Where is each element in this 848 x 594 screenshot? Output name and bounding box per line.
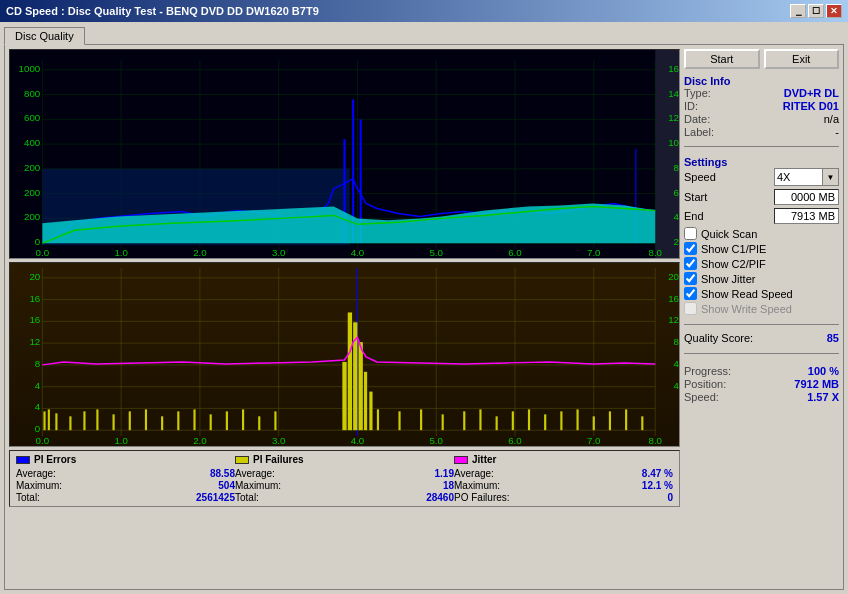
disc-id-row: ID: RITEK D01: [684, 100, 839, 112]
pi-failures-max-row: Maximum: 18: [235, 480, 454, 491]
svg-text:200: 200: [24, 163, 40, 173]
show-write-speed-label: Show Write Speed: [701, 303, 792, 315]
svg-rect-115: [398, 411, 400, 430]
svg-text:3.0: 3.0: [272, 248, 285, 258]
svg-rect-102: [193, 409, 195, 430]
legend-pi-errors: PI Errors Average: 88.58 Maximum: 504 To…: [16, 454, 235, 503]
speed-setting-row: Speed 4X ▼: [684, 168, 839, 186]
close-button[interactable]: ✕: [826, 4, 842, 18]
tab-disc-quality[interactable]: Disc Quality: [4, 27, 85, 45]
disc-type-row: Type: DVD+R DL: [684, 87, 839, 99]
svg-rect-117: [442, 414, 444, 430]
jitter-avg-row: Average: 8.47 %: [454, 468, 673, 479]
pi-failures-total-val: 28460: [394, 492, 454, 503]
speed-select[interactable]: 4X ▼: [774, 168, 839, 186]
svg-text:400: 400: [24, 138, 40, 148]
svg-text:0: 0: [35, 237, 40, 247]
svg-rect-93: [55, 413, 57, 430]
speed-dropdown-arrow[interactable]: ▼: [822, 169, 838, 185]
pi-failures-total-row: Total: 28460: [235, 492, 454, 503]
disc-label-key: Label:: [684, 126, 724, 138]
svg-rect-103: [210, 414, 212, 430]
svg-rect-94: [69, 416, 71, 430]
svg-text:8: 8: [674, 337, 679, 347]
quality-score-key: Quality Score:: [684, 332, 753, 344]
pi-errors-total-row: Total: 2561425: [16, 492, 235, 503]
svg-rect-124: [560, 411, 562, 430]
disc-info-label: Disc Info: [684, 75, 839, 87]
show-read-speed-checkbox[interactable]: [684, 287, 697, 300]
pi-failures-avg-val: 1.19: [394, 468, 454, 479]
show-c2-checkbox[interactable]: [684, 257, 697, 270]
svg-rect-96: [96, 409, 98, 430]
svg-rect-123: [544, 414, 546, 430]
pi-errors-avg-label: Average:: [16, 468, 56, 479]
jitter-label: Jitter: [472, 454, 496, 465]
pi-failures-label: PI Failures: [253, 454, 304, 465]
svg-text:8.0: 8.0: [649, 436, 662, 446]
svg-rect-112: [364, 372, 367, 430]
svg-text:4: 4: [674, 213, 679, 223]
disc-date-val: n/a: [824, 113, 839, 125]
svg-text:0: 0: [35, 425, 40, 435]
pi-errors-max-label: Maximum:: [16, 480, 62, 491]
show-c1-label: Show C1/PIE: [701, 243, 766, 255]
end-input[interactable]: [774, 208, 839, 224]
svg-text:6.0: 6.0: [508, 436, 521, 446]
pi-failures-avg-label: Average:: [235, 468, 275, 479]
start-button[interactable]: Start: [684, 49, 760, 69]
quick-scan-label: Quick Scan: [701, 228, 757, 240]
jitter-po-row: PO Failures: 0: [454, 492, 673, 503]
svg-text:16: 16: [668, 64, 679, 74]
divider-1: [684, 146, 839, 147]
show-read-speed-row: Show Read Speed: [684, 287, 839, 300]
end-key: End: [684, 210, 704, 222]
svg-text:8.0: 8.0: [649, 248, 662, 258]
svg-rect-97: [113, 414, 115, 430]
window-controls[interactable]: ⎯ ☐ ✕: [790, 4, 842, 18]
pi-errors-color-box: [16, 456, 30, 464]
position-key: Position:: [684, 378, 726, 390]
disc-label-row: Label: -: [684, 126, 839, 138]
minimize-button[interactable]: ⎯: [790, 4, 806, 18]
disc-date-key: Date:: [684, 113, 724, 125]
svg-rect-127: [609, 411, 611, 430]
svg-rect-104: [226, 411, 228, 430]
divider-2: [684, 324, 839, 325]
svg-rect-107: [274, 411, 276, 430]
speed-select-text: 4X: [775, 168, 822, 186]
bottom-chart: 20 16 16 12 8 4 4 0 20 16 12 8 4 4 0: [9, 262, 680, 447]
svg-text:200: 200: [24, 188, 40, 198]
svg-text:1000: 1000: [19, 64, 41, 74]
quick-scan-checkbox[interactable]: [684, 227, 697, 240]
svg-text:16: 16: [29, 294, 40, 304]
svg-text:12: 12: [29, 337, 40, 347]
svg-rect-120: [496, 416, 498, 430]
top-chart-svg: 1000 800 600 400 200 200 200 0 16 14 12 …: [10, 50, 679, 258]
disc-id-val: RITEK D01: [783, 100, 839, 112]
tab-bar: Disc Quality: [4, 26, 844, 44]
svg-text:4: 4: [35, 381, 40, 391]
exit-button[interactable]: Exit: [764, 49, 840, 69]
start-input[interactable]: [774, 189, 839, 205]
show-jitter-checkbox[interactable]: [684, 272, 697, 285]
svg-text:3.0: 3.0: [272, 436, 285, 446]
legend-area: PI Errors Average: 88.58 Maximum: 504 To…: [9, 450, 680, 507]
svg-text:200: 200: [24, 213, 40, 223]
svg-rect-126: [593, 416, 595, 430]
svg-rect-95: [83, 411, 85, 430]
position-val: 7912 MB: [794, 378, 839, 390]
svg-text:2.0: 2.0: [193, 248, 206, 258]
pi-failures-max-label: Maximum:: [235, 480, 281, 491]
progress-val: 100 %: [808, 365, 839, 377]
disc-label-val: -: [835, 126, 839, 138]
svg-text:14: 14: [668, 89, 679, 99]
speed-value-wrapper: 4X ▼: [774, 168, 839, 186]
svg-rect-116: [420, 409, 422, 430]
right-panel: Start Exit Disc Info Type: DVD+R DL ID: …: [684, 49, 839, 585]
svg-text:8: 8: [35, 359, 40, 369]
show-c1-checkbox[interactable]: [684, 242, 697, 255]
progress-row: Progress: 100 %: [684, 365, 839, 377]
maximize-button[interactable]: ☐: [808, 4, 824, 18]
left-panel: 1000 800 600 400 200 200 200 0 16 14 12 …: [9, 49, 680, 585]
